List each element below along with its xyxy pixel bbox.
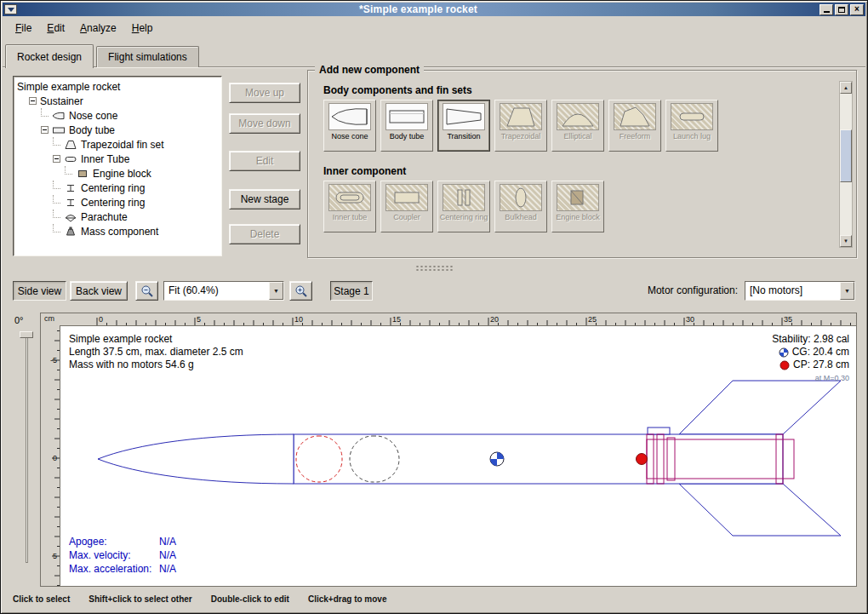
menu-file[interactable]: File <box>8 19 39 37</box>
new-stage-button[interactable]: New stage <box>229 189 300 209</box>
launch-lug-shape <box>648 428 670 434</box>
stability-info: Stability: 2.98 cal CG: 20.4 cm CP: 27.8… <box>772 333 849 385</box>
minimize-button[interactable] <box>819 4 833 15</box>
tree-item-label: Parachute <box>81 211 128 223</box>
tree-item-label: Simple example rocket <box>17 81 120 93</box>
section-label-body-components-and-fin-sets: Body components and fin sets <box>323 84 856 96</box>
bodytube-icon <box>385 103 428 130</box>
add-transition-button[interactable]: Transition <box>437 100 490 152</box>
tree-connector <box>53 137 60 146</box>
menubar: FileEditAnalyzeHelp <box>3 17 865 38</box>
component-button-label: Nose cone <box>325 133 374 141</box>
status-hint: Double-click to edit <box>211 594 289 608</box>
tree-item-label: Engine block <box>93 168 151 180</box>
trapezoidal-icon <box>500 103 542 130</box>
view-toolbar: Side view Back view Fit (60.4%) ▼ Stage … <box>1 281 867 301</box>
tree-expander-icon[interactable] <box>53 155 60 163</box>
menu-help[interactable]: Help <box>124 19 161 37</box>
cp-value: CP: 27.8 cm <box>793 359 849 371</box>
edit-button[interactable]: Edit <box>229 151 300 171</box>
centeringring-icon <box>64 198 77 208</box>
menu-edit[interactable]: Edit <box>39 19 72 37</box>
tab-rocket-design[interactable]: Rocket design <box>5 44 94 68</box>
zoom-select[interactable]: Fit (60.4%) ▼ <box>163 281 284 301</box>
tree-connector <box>65 166 72 175</box>
flight-row-apogee: Apogee:N/A <box>69 535 176 548</box>
tree-item-engine-block[interactable]: Engine block <box>14 166 221 181</box>
tree-item-sustainer[interactable]: Sustainer <box>14 94 221 108</box>
mass-icon <box>64 227 77 237</box>
fin-top <box>679 381 841 434</box>
statusbar: Click to selectShift+click to select oth… <box>13 594 860 608</box>
tree-connector <box>53 224 60 232</box>
tab-flight-simulations[interactable]: Flight simulations <box>96 46 199 67</box>
tree-item-mass-component[interactable]: Mass component <box>14 224 221 238</box>
chevron-down-icon[interactable]: ▼ <box>269 282 283 300</box>
component-button-label: Body tube <box>382 133 431 141</box>
tree-item-nose-cone[interactable]: Nose cone <box>14 108 221 123</box>
motor-configuration-select[interactable]: [No motors] ▼ <box>745 281 855 301</box>
component-scrollbar[interactable]: ▲ ▼ <box>839 81 853 248</box>
add-trapezoidal-button[interactable]: Trapezoidal <box>494 100 547 152</box>
add-freeform-button[interactable]: Freeform <box>608 100 661 152</box>
component-button-label: Bulkhead <box>496 214 545 221</box>
delete-button[interactable]: Delete <box>229 224 300 244</box>
rocket-view[interactable]: Simple example rocket Length 37.5 cm, ma… <box>60 325 856 586</box>
splitter-handle[interactable] <box>1 262 867 274</box>
titlebar[interactable]: *Simple example rocket × <box>3 3 865 16</box>
centeringring-icon <box>443 184 485 211</box>
add-centering-ring-button[interactable]: Centering ring <box>437 181 490 232</box>
tab-bar: Rocket design Flight simulations <box>5 43 202 67</box>
add-body-tube-button[interactable]: Body tube <box>380 100 433 152</box>
window-title: *Simple example rocket <box>17 3 819 15</box>
maximize-button[interactable] <box>835 4 848 15</box>
add-coupler-button[interactable]: Coupler <box>380 181 433 232</box>
add-nose-cone-button[interactable]: Nose cone <box>323 100 376 152</box>
engineblock-icon <box>76 169 89 179</box>
add-bulkhead-button[interactable]: Bulkhead <box>494 181 547 232</box>
tree-item-centering-ring[interactable]: Centering ring <box>14 181 221 195</box>
stage-1-toggle[interactable]: Stage 1 <box>330 281 373 301</box>
zoom-out-button[interactable] <box>135 281 158 301</box>
tree-item-simple-example-rocket[interactable]: Simple example rocket <box>14 79 221 94</box>
tree-item-trapezoidal-fin-set[interactable]: Trapezoidal fin set <box>14 137 221 152</box>
tree-connector <box>53 195 60 204</box>
move-up-button[interactable]: Move up <box>229 83 300 103</box>
component-tree[interactable]: Simple example rocketSustainerNose coneB… <box>13 76 222 256</box>
zoom-in-button[interactable] <box>289 281 312 301</box>
tree-item-label: Centering ring <box>81 197 145 209</box>
tree-expander-icon[interactable] <box>29 97 37 105</box>
tree-expander-icon[interactable] <box>41 126 49 134</box>
add-launch-lug-button[interactable]: Launch lug <box>665 100 718 152</box>
tree-item-body-tube[interactable]: Body tube <box>14 123 221 137</box>
body-tube-shape <box>294 434 783 484</box>
menu-analyze[interactable]: Analyze <box>72 19 124 37</box>
tree-item-label: Mass component <box>81 226 158 238</box>
add-engine-block-button[interactable]: Engine block <box>551 181 604 232</box>
section-label-inner-component: Inner component <box>323 165 856 177</box>
tree-item-inner-tube[interactable]: Inner Tube <box>14 152 221 166</box>
component-button-row: Inner tubeCouplerCentering ringBulkheadE… <box>323 181 856 232</box>
component-button-label: Centering ring <box>439 214 488 221</box>
rotation-slider[interactable] <box>26 336 28 563</box>
add-inner-tube-button[interactable]: Inner tube <box>323 181 376 232</box>
add-elliptical-button[interactable]: Elliptical <box>551 100 604 152</box>
scroll-up-icon[interactable]: ▲ <box>840 82 852 94</box>
back-view-button[interactable]: Back view <box>70 281 128 301</box>
tree-item-parachute[interactable]: Parachute <box>14 209 221 224</box>
tree-item-label: Sustainer <box>40 95 83 107</box>
scroll-thumb[interactable] <box>840 129 852 182</box>
rotation-slider-handle[interactable] <box>20 331 33 338</box>
move-down-button[interactable]: Move down <box>229 113 300 134</box>
tree-item-centering-ring[interactable]: Centering ring <box>14 195 221 209</box>
svg-text:10: 10 <box>294 315 303 324</box>
status-hint: Click to select <box>13 594 70 608</box>
component-button-label: Transition <box>439 133 488 141</box>
close-button[interactable]: × <box>850 4 864 15</box>
scroll-down-icon[interactable]: ▼ <box>840 235 852 247</box>
status-hint: Shift+click to select other <box>89 594 191 608</box>
ruler-unit-label: cm <box>44 314 54 323</box>
component-button-label: Launch lug <box>667 133 717 141</box>
side-view-button[interactable]: Side view <box>13 281 66 301</box>
chevron-down-icon[interactable]: ▼ <box>840 282 854 300</box>
